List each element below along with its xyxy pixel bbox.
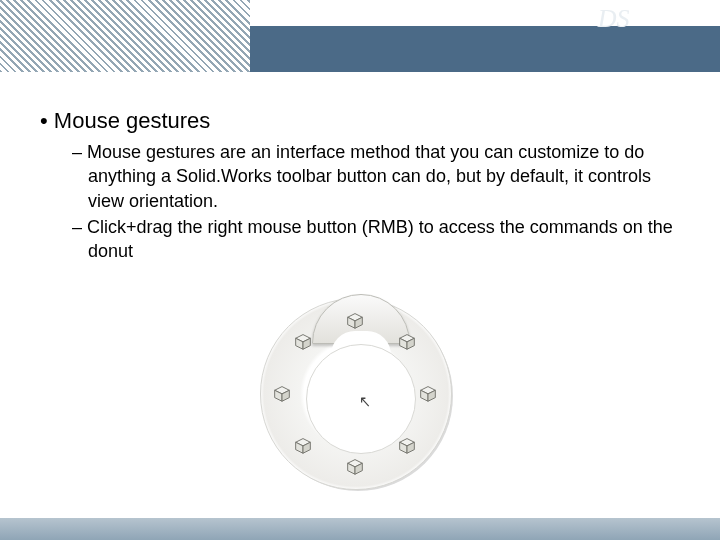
view-front-icon[interactable] [292, 330, 314, 352]
bullet-level2: Click+drag the right mouse button (RMB) … [72, 215, 684, 264]
view-trimetric-icon[interactable] [396, 330, 418, 352]
view-dimetric-icon[interactable] [396, 434, 418, 456]
view-isometric-icon[interactable] [292, 434, 314, 456]
bullet-level1: Mouse gestures [40, 108, 720, 134]
header-hatch-pattern [0, 0, 250, 72]
ds-mark-icon: DS [598, 6, 630, 32]
slide-body: Mouse gestures Mouse gestures are an int… [0, 108, 720, 265]
view-bottom-icon[interactable] [344, 455, 366, 477]
bullet-level2: Mouse gestures are an interface method t… [72, 140, 684, 213]
slide-header: DS SolidWorks [0, 0, 720, 72]
brand-text-a: Solid [636, 12, 665, 27]
view-right-icon[interactable] [417, 382, 439, 404]
solidworks-logo: DS SolidWorks [598, 6, 704, 32]
slide-footer-bar [0, 518, 720, 540]
brand-text-b: Works [665, 12, 705, 27]
cursor-icon: ↖ [359, 392, 371, 411]
gesture-donut: ↖ [260, 298, 460, 498]
view-top-icon[interactable] [344, 309, 366, 331]
view-left-icon[interactable] [271, 382, 293, 404]
